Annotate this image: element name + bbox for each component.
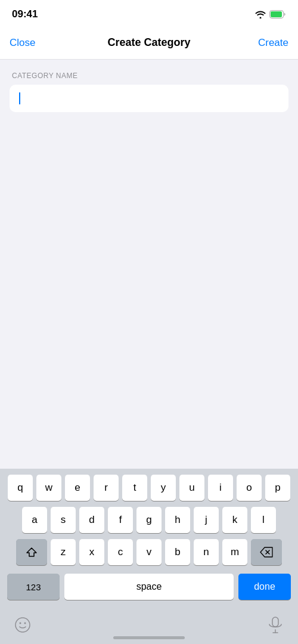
key-w[interactable]: w bbox=[36, 475, 61, 501]
content-area bbox=[0, 117, 298, 332]
category-name-input-container[interactable] bbox=[10, 85, 288, 112]
wifi-icon bbox=[255, 10, 266, 18]
keyboard-row-3: z x c v b n m bbox=[2, 539, 296, 565]
key-y[interactable]: y bbox=[151, 475, 176, 501]
done-key[interactable]: done bbox=[238, 574, 291, 600]
svg-point-6 bbox=[24, 623, 26, 624]
key-u[interactable]: u bbox=[179, 475, 204, 501]
emoji-icon[interactable] bbox=[10, 612, 36, 638]
microphone-icon[interactable] bbox=[262, 612, 288, 638]
shift-key[interactable] bbox=[16, 539, 47, 565]
key-j[interactable]: j bbox=[194, 507, 219, 533]
status-time: 09:41 bbox=[12, 8, 38, 20]
key-g[interactable]: g bbox=[136, 507, 162, 533]
nav-bar: Close Create Category Create bbox=[0, 26, 298, 60]
page-title: Create Category bbox=[45, 36, 253, 49]
key-s[interactable]: s bbox=[51, 507, 76, 533]
key-b[interactable]: b bbox=[165, 539, 190, 565]
form-section: CATEGORY NAME bbox=[0, 60, 298, 117]
key-p[interactable]: p bbox=[265, 475, 290, 501]
space-key[interactable]: space bbox=[64, 574, 234, 600]
svg-point-4 bbox=[15, 618, 30, 632]
key-m[interactable]: m bbox=[222, 539, 247, 565]
home-indicator bbox=[113, 636, 185, 639]
svg-rect-1 bbox=[271, 11, 282, 17]
svg-rect-7 bbox=[272, 617, 278, 627]
keyboard-row-2: a s d f g h j k l bbox=[2, 507, 296, 533]
key-c[interactable]: c bbox=[108, 539, 133, 565]
key-h[interactable]: h bbox=[165, 507, 190, 533]
key-e[interactable]: e bbox=[65, 475, 90, 501]
key-i[interactable]: i bbox=[208, 475, 233, 501]
key-l[interactable]: l bbox=[251, 507, 276, 533]
keyboard-row-1: q w e r t y u i o p bbox=[2, 475, 296, 501]
close-button[interactable]: Close bbox=[10, 37, 45, 49]
key-z[interactable]: z bbox=[51, 539, 76, 565]
key-d[interactable]: d bbox=[79, 507, 104, 533]
key-a[interactable]: a bbox=[22, 507, 47, 533]
numeric-key[interactable]: 123 bbox=[7, 574, 60, 600]
key-f[interactable]: f bbox=[108, 507, 133, 533]
text-cursor bbox=[19, 92, 20, 104]
key-k[interactable]: k bbox=[222, 507, 247, 533]
create-button[interactable]: Create bbox=[253, 37, 288, 49]
key-q[interactable]: q bbox=[8, 475, 33, 501]
key-t[interactable]: t bbox=[122, 475, 147, 501]
key-n[interactable]: n bbox=[194, 539, 219, 565]
key-o[interactable]: o bbox=[237, 475, 262, 501]
svg-point-5 bbox=[20, 623, 21, 624]
section-label: CATEGORY NAME bbox=[10, 72, 288, 80]
status-icons bbox=[255, 10, 286, 18]
battery-icon bbox=[269, 10, 286, 18]
key-x[interactable]: x bbox=[79, 539, 104, 565]
key-v[interactable]: v bbox=[136, 539, 162, 565]
keyboard: q w e r t y u i o p a s d f g h j k l z … bbox=[0, 469, 298, 644]
keyboard-row-4: 123 space done bbox=[2, 571, 296, 612]
key-r[interactable]: r bbox=[94, 475, 119, 501]
status-bar: 09:41 bbox=[0, 0, 298, 26]
delete-key[interactable] bbox=[251, 539, 282, 565]
